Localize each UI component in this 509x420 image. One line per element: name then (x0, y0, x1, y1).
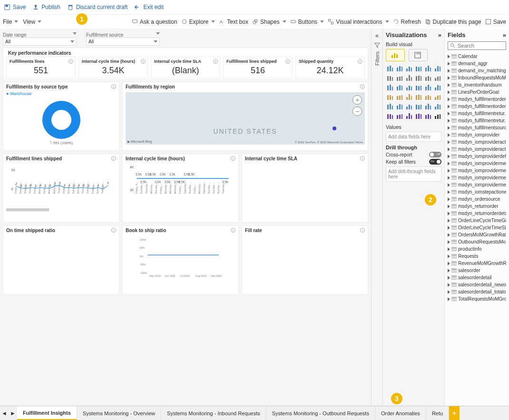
search-input[interactable] (458, 43, 500, 49)
collapse-icon[interactable]: » (438, 31, 441, 39)
viz-icon-arcgis[interactable] (395, 112, 404, 120)
info-icon[interactable]: i (285, 59, 290, 64)
expand-icon[interactable] (448, 197, 450, 201)
view-menu[interactable]: View (23, 19, 41, 25)
viz-icon-scatter[interactable] (433, 74, 442, 82)
tab-nav-prev[interactable]: ◄ (0, 406, 9, 420)
field-table[interactable]: msdyn_fulfillmentsource (448, 124, 506, 131)
field-table[interactable]: msdyn_iomprovideracti... (448, 138, 506, 146)
add-page-button[interactable]: + (449, 406, 460, 420)
slicer-fulfillment-source[interactable]: Fulfillment source All (86, 32, 160, 46)
expand-icon[interactable] (448, 83, 450, 87)
kpi-card[interactable]: Internal cycle time SLA(Blank)i (151, 57, 220, 78)
info-icon[interactable]: i (111, 156, 116, 161)
report-canvas[interactable]: Date range All Fulfillment source All Ke… (0, 29, 371, 406)
kpi-card[interactable]: Shipped quantity24.12Ki (295, 57, 365, 78)
field-table[interactable]: demand_aggr (448, 60, 506, 67)
viz-icon-table[interactable] (424, 93, 432, 101)
field-table[interactable]: msdyn_fulfillmentorder... (448, 103, 506, 110)
field-table[interactable]: msdyn_iomproviderdefi... (448, 153, 506, 160)
expand-icon[interactable] (448, 269, 450, 273)
expand-icon[interactable] (448, 76, 450, 80)
visual-interactions-button[interactable]: Visual interactions (328, 19, 389, 25)
tile-fill-rate[interactable]: Fill rate i (242, 225, 368, 294)
values-field-well[interactable]: Add data fields here (386, 132, 441, 142)
expand-icon[interactable] (448, 155, 450, 158)
tile-fulfillments-by-source[interactable]: Fulfillments by source type i ● Warehous… (3, 82, 119, 151)
expand-icon[interactable] (448, 226, 450, 230)
buttons-button[interactable]: Buttons (290, 19, 324, 25)
field-table[interactable]: msdyn_iomprovider (448, 131, 506, 138)
viz-icon-powerapps[interactable] (405, 112, 413, 120)
build-visual-tab[interactable] (386, 49, 405, 61)
viz-icon-matrix[interactable] (433, 93, 442, 101)
explore-button[interactable]: Explore (181, 19, 215, 25)
field-table[interactable]: OrderLineCycleTimeSLA (448, 224, 506, 231)
viz-icon-treemap[interactable] (405, 83, 413, 92)
expand-icon[interactable] (448, 98, 450, 101)
page-tab[interactable]: Fulfillment Insights (17, 406, 77, 420)
expand-icon[interactable] (448, 140, 450, 144)
field-table[interactable]: OrdersMoMGrowthRat... (448, 231, 506, 238)
expand-icon[interactable]: « (375, 32, 379, 39)
viz-icon-app-store[interactable] (424, 112, 432, 120)
expand-icon[interactable] (448, 169, 450, 173)
info-icon[interactable]: i (360, 156, 365, 161)
expand-icon[interactable] (448, 233, 450, 237)
viz-icon-clustered-bar[interactable] (395, 64, 404, 73)
expand-icon[interactable] (448, 276, 450, 280)
kpi-card[interactable]: Internal cycle time (hours)3.54Ki (78, 57, 148, 78)
expand-icon[interactable] (448, 205, 450, 208)
info-icon[interactable]: i (360, 228, 365, 233)
shapes-button[interactable]: Shapes (252, 19, 286, 25)
discard-button[interactable]: Discard current draft (67, 4, 128, 10)
viz-icon-area[interactable] (433, 64, 442, 73)
field-table[interactable]: productinfo (448, 245, 506, 253)
viz-icon-line-clustered[interactable] (386, 74, 394, 82)
viz-icon-filled-map[interactable] (424, 83, 432, 92)
expand-icon[interactable] (448, 183, 450, 187)
field-table[interactable]: salesorderdetail (448, 274, 506, 281)
expand-icon[interactable] (448, 176, 450, 180)
page-tab[interactable]: Retu (426, 406, 449, 420)
tile-book-to-ship[interactable]: Book to ship ratio i 100%50%0%-50%-100% … (122, 225, 239, 294)
viz-icon-clustered-column[interactable] (414, 64, 423, 73)
field-table[interactable]: salesorderdetail_newor... (448, 281, 506, 288)
keep-filters-toggle[interactable]: On (429, 159, 441, 165)
viz-icon-donut[interactable] (395, 83, 404, 92)
field-table[interactable]: msdyn_fulfillmentretur... (448, 110, 506, 117)
field-table[interactable]: msdyn_returnorderdetail (448, 210, 506, 217)
expand-icon[interactable] (448, 262, 450, 265)
fields-search[interactable] (448, 41, 506, 50)
tile-fulfillments-by-region[interactable]: Fulfillments by region i + − UNITED STAT… (122, 82, 368, 151)
page-tab[interactable]: Systems Monitoring - Outbound Requests (266, 406, 375, 420)
tile-internal-cycle[interactable]: Internal cycle time (hours) i 4K 3K 3.5K… (122, 154, 239, 223)
field-table[interactable]: msdyn_iomproviderme... (448, 181, 506, 188)
viz-icon-funnel[interactable] (424, 74, 432, 82)
info-icon[interactable]: i (213, 59, 218, 64)
refresh-button[interactable]: Refresh (393, 19, 421, 25)
viz-icon-card[interactable] (386, 93, 394, 101)
expand-icon[interactable] (448, 254, 450, 258)
kpi-card[interactable]: Fulfillment lines shipped516i (223, 57, 293, 78)
cross-report-toggle[interactable]: Off (429, 152, 441, 157)
map-zoom-out[interactable]: − (352, 107, 362, 116)
field-table[interactable]: InboundRequestsMoM... (448, 74, 506, 81)
field-table[interactable]: Calendar (448, 53, 506, 60)
page-tab[interactable]: Order Anomalies (375, 406, 426, 420)
map-visual[interactable]: + − UNITED STATES ▶ Microsoft Bing © 202… (126, 92, 365, 145)
page-tab[interactable]: Systems Monitoring - Overview (77, 406, 161, 420)
info-icon[interactable]: i (231, 228, 235, 233)
tile-internal-cycle-sla[interactable]: Internal cycle time SLA i (242, 154, 368, 223)
expand-icon[interactable] (448, 119, 450, 123)
drillthrough-field-well[interactable]: Add drill-through fields here (386, 166, 441, 182)
field-table[interactable]: is_inventorihandsum (448, 81, 506, 88)
viz-icon-line-stacked[interactable] (395, 74, 404, 82)
expand-icon[interactable] (448, 240, 450, 244)
info-icon[interactable]: i (111, 228, 116, 233)
tile-lines-shipped[interactable]: Fulfillment lines shipped i 50 0 7Friday… (3, 154, 119, 223)
collapse-icon[interactable]: » (503, 31, 506, 39)
field-table[interactable]: msdyn_iomproviderme... (448, 160, 506, 167)
field-table[interactable]: msdyn_iomprovideracti... (448, 146, 506, 153)
info-icon[interactable]: i (111, 84, 116, 89)
